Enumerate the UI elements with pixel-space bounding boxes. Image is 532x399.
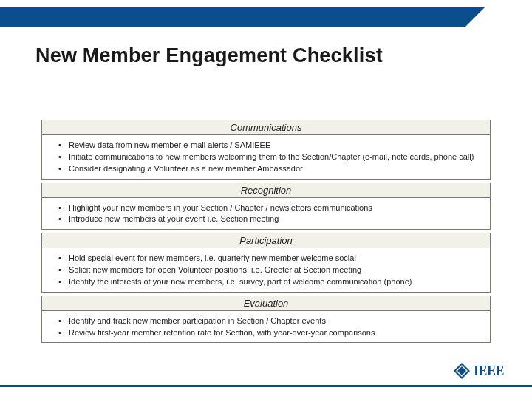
section-body-participation: Hold special event for new members, i.e.… xyxy=(41,248,491,293)
list-item: Introduce new members at your event i.e.… xyxy=(58,214,482,225)
section-heading-evaluation: Evaluation xyxy=(41,296,491,311)
section-body-communications: Review data from new member e-mail alert… xyxy=(41,135,491,180)
section-heading-participation: Participation xyxy=(41,233,491,248)
list-item: Review first-year member retention rate … xyxy=(58,327,482,338)
ieee-logo: IEEE xyxy=(453,362,504,380)
list-item: Highlight your new members in your Secti… xyxy=(58,202,482,214)
ieee-diamond-icon xyxy=(453,362,471,380)
list-item: Identify and track new member participat… xyxy=(58,316,482,327)
list-item: Consider designating a Volunteer as a ne… xyxy=(58,163,482,174)
ieee-logo-text: IEEE xyxy=(474,364,504,379)
list-item: Review data from new member e-mail alert… xyxy=(58,140,482,151)
list-item: Solicit new members for open Volunteer p… xyxy=(58,265,482,276)
list-item: Hold special event for new members, i.e.… xyxy=(58,253,482,264)
list-item: Identify the interests of your new membe… xyxy=(58,276,482,287)
list-item: Initiate communications to new members w… xyxy=(58,151,482,163)
footer-accent-bar xyxy=(0,385,532,387)
section-body-recognition: Highlight your new members in your Secti… xyxy=(41,198,491,231)
section-heading-recognition: Recognition xyxy=(41,183,491,198)
header-accent-bar xyxy=(0,7,466,27)
checklist-content: Communications Review data from new memb… xyxy=(41,120,491,346)
page-title: New Member Engagement Checklist xyxy=(35,44,383,67)
section-body-evaluation: Identify and track new member participat… xyxy=(41,311,491,344)
section-heading-communications: Communications xyxy=(41,120,491,135)
